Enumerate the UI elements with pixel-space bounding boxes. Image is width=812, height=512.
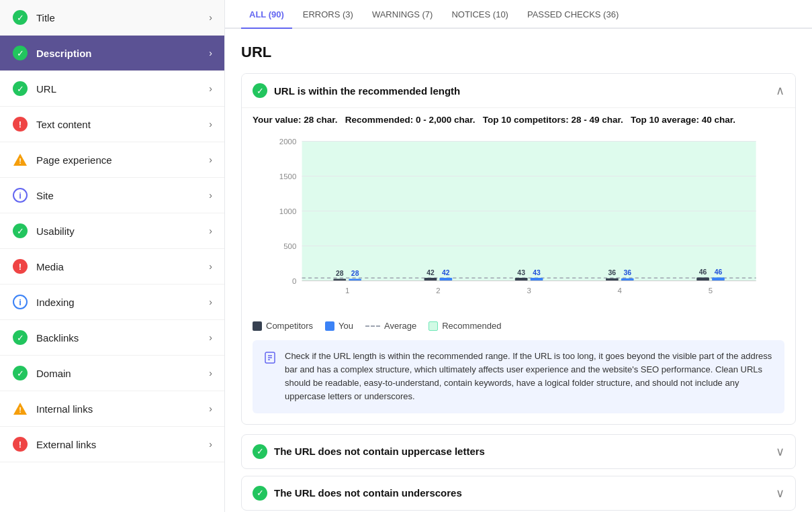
sidebar-item-backlinks[interactable]: ✓ Backlinks › [0,320,224,356]
competitors-label: Top 10 competitors: [483,115,569,125]
item-icon: i [12,294,28,310]
chart-legend: Competitors You Average Recommended [253,321,784,331]
svg-text:!: ! [19,157,21,165]
chevron-icon: › [209,261,212,272]
check-icon: ✓ [13,223,28,238]
tabs-bar: ALL (90)ERRORS (3)WARNINGS (7)NOTICES (1… [225,0,812,29]
sidebar-item-description[interactable]: ✓ Description › [0,36,224,71]
expand-icon-underscores[interactable]: ∨ [776,486,784,501]
item-label: Usability [36,225,209,237]
sidebar-item-internal-links[interactable]: ! Internal links › [0,391,224,427]
svg-text:43: 43 [533,269,541,276]
check-header-url-length[interactable]: ✓ URL is within the recommended length ∧ [242,74,795,107]
chevron-icon: › [209,332,212,343]
sidebar-item-url[interactable]: ✓ URL › [0,71,224,107]
item-icon: ✓ [12,81,28,97]
svg-text:42: 42 [426,269,435,276]
legend-you-label: You [339,321,353,331]
your-value: 28 char. [304,115,337,125]
legend-recommended-label: Recommended [442,321,501,331]
pass-icon-underscores: ✓ [253,486,267,501]
content-area: URL ✓ URL is within the recommended leng… [225,29,812,512]
sidebar-item-domain[interactable]: ✓ Domain › [0,356,224,391]
item-label: Backlinks [36,332,209,344]
item-icon: ✓ [12,329,28,346]
error-icon: ! [13,117,28,132]
item-label: Title [36,12,209,23]
sidebar-item-usability[interactable]: ✓ Usability › [0,213,224,249]
svg-text:1: 1 [345,287,349,295]
check-simple-uppercase: ✓ The URL does not contain uppercase let… [241,434,796,469]
error-icon: ! [13,437,28,452]
sidebar-item-external-links[interactable]: ! External links › [0,427,224,462]
legend-recommended-box [428,321,438,331]
svg-text:43: 43 [517,269,525,276]
tab-warnings[interactable]: WARNINGS (7) [364,0,441,29]
chevron-icon: › [209,368,212,378]
legend-you: You [325,321,353,331]
error-icon: ! [13,259,28,274]
svg-text:4: 4 [618,287,623,295]
svg-rect-26 [515,278,528,280]
sidebar-item-text-content[interactable]: ! Text content › [0,107,224,142]
info-box-icon [263,351,277,404]
sidebar-item-site[interactable]: i Site › [0,178,224,213]
svg-text:1000: 1000 [279,207,296,215]
svg-rect-33 [621,278,634,281]
check-icon: ✓ [13,10,28,25]
recommended-label: Recommended: [345,115,413,125]
chevron-icon: › [209,439,212,450]
warn-icon: ! [13,152,28,167]
item-icon: i [12,187,28,203]
svg-text:42: 42 [442,269,450,276]
svg-text:!: ! [19,406,21,414]
svg-rect-28 [531,278,543,280]
sidebar-item-page-experience[interactable]: ! Page experience › [0,142,224,178]
check-simple-header-uppercase[interactable]: ✓ The URL does not contain uppercase let… [242,435,795,468]
sidebar-item-media[interactable]: ! Media › [0,249,224,285]
chart-container: 2000150010005000282814242243433363644646… [253,134,784,315]
info-box-text: Check if the URL length is within the re… [285,350,774,404]
pass-icon-uppercase: ✓ [253,444,267,459]
svg-text:28: 28 [336,270,344,277]
chevron-icon: › [209,190,212,201]
svg-text:5: 5 [709,287,713,295]
check-icon: ✓ [13,330,28,345]
check-pass-icon: ✓ [253,83,267,98]
item-label: URL [36,83,209,95]
warn-icon: ! [13,401,28,416]
expand-icon-uppercase[interactable]: ∨ [776,444,784,459]
check-simple-underscores: ✓ The URL does not contain underscores ∨ [241,476,796,511]
info-blue-icon: i [13,295,28,309]
svg-text:46: 46 [715,268,723,276]
legend-you-box [325,321,334,331]
chevron-icon: › [209,83,212,94]
sidebar: ✓ Title › ✓ Description › ✓ URL › ! Text… [0,0,225,512]
competitors-value: 28 - 49 char. [572,115,623,125]
average-label: Top 10 average: [631,115,699,125]
document-icon [263,351,277,364]
check-simple-header-underscores[interactable]: ✓ The URL does not contain underscores ∨ [242,476,795,510]
item-icon: ! [12,116,28,132]
sidebar-item-indexing[interactable]: i Indexing › [0,285,224,320]
legend-competitors: Competitors [253,321,313,331]
item-label: Indexing [36,297,209,308]
sidebar-item-title[interactable]: ✓ Title › [0,0,224,36]
tab-all[interactable]: ALL (90) [241,0,292,29]
item-label: External links [36,439,209,450]
svg-text:1500: 1500 [279,172,296,181]
tab-passed[interactable]: PASSED CHECKS (36) [519,0,627,29]
recommended-value: 0 - 2,000 char. [416,115,476,125]
chevron-icon: › [209,154,212,165]
item-label: Media [36,261,209,272]
tab-notices[interactable]: NOTICES (10) [443,0,516,29]
svg-text:500: 500 [283,242,296,250]
svg-rect-23 [439,278,452,280]
tab-errors[interactable]: ERRORS (3) [295,0,361,29]
svg-text:2000: 2000 [279,138,296,146]
chevron-icon: › [209,297,212,307]
item-label: Page experience [36,154,209,166]
legend-competitors-label: Competitors [266,321,313,331]
check-card-url-length: ✓ URL is within the recommended length ∧… [241,73,796,425]
collapse-icon[interactable]: ∧ [776,83,784,98]
